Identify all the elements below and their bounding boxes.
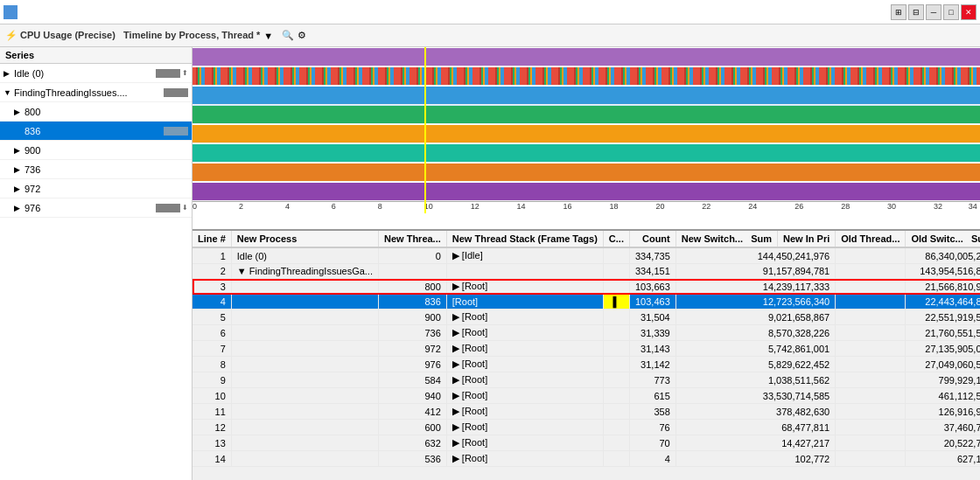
- cell-process: [231, 295, 378, 310]
- cell-thread: 800: [378, 279, 446, 295]
- chart-bar-972: [192, 163, 980, 181]
- expand-icon[interactable]: ▼: [4, 88, 14, 97]
- cell-count: 103,463: [629, 295, 676, 310]
- table-row[interactable]: 2▼ FindingThreadingIssuesGa...334,15191,…: [192, 264, 980, 279]
- expand-icon[interactable]: ▶: [14, 108, 24, 116]
- settings-icon[interactable]: ⚙: [298, 30, 306, 41]
- search-icon[interactable]: 🔍: [282, 30, 294, 41]
- cell-newswitch: 33,530,714,585: [676, 388, 835, 404]
- cell-newinpri: [836, 372, 906, 388]
- chart-row-finding: [192, 66, 980, 86]
- axis-tick: 12: [471, 202, 480, 211]
- cell-newinpri: [836, 264, 906, 279]
- axis-tick: 14: [517, 202, 526, 211]
- series-item-976[interactable]: ▶ 976 ⬇: [0, 198, 192, 218]
- series-item-736[interactable]: ▶ 736: [0, 160, 192, 179]
- cell-process: [231, 325, 378, 341]
- cell-c: [603, 435, 629, 451]
- expand-icon[interactable]: ▶: [4, 69, 14, 78]
- col-header-thread[interactable]: New Threa...: [378, 231, 446, 247]
- cell-linenum: 11: [192, 404, 231, 420]
- expand-icon[interactable]: ▶: [14, 165, 24, 174]
- cell-c: [603, 279, 629, 295]
- chart-row-736: [192, 143, 980, 163]
- col-header-newinpri[interactable]: New In Pri: [778, 231, 836, 247]
- table-row[interactable]: 9584▶ [Root]7731,038,511,562799,929,1222: [192, 372, 980, 388]
- right-panel: 0 2 4 6 8 10 12 14 16 18 20 22 24 26 28 …: [192, 47, 980, 480]
- col-header-process[interactable]: New Process: [231, 231, 378, 247]
- restore-btn[interactable]: □: [943, 4, 959, 20]
- col-header-stack[interactable]: New Thread Stack (Frame Tags): [446, 231, 603, 247]
- cell-oldthread: 27,135,905,066: [906, 341, 980, 357]
- cell-oldthread: 86,340,005,206: [906, 247, 980, 264]
- window-controls[interactable]: ⊞ ⊟ ─ □ ✕: [891, 4, 976, 20]
- table-row[interactable]: 11412▶ [Root]358378,482,630126,916,9042: [192, 404, 980, 420]
- cell-newinpri: [836, 295, 906, 310]
- cell-oldthread: 22,551,919,520: [906, 310, 980, 325]
- cell-process: [231, 372, 378, 388]
- cell-count: 358: [629, 404, 676, 420]
- cell-linenum: 2: [192, 264, 231, 279]
- cell-oldthread: 627,106: [906, 451, 980, 467]
- chart-row-idle: [192, 47, 980, 66]
- axis-row: 0 2 4 6 8 10 12 14 16 18 20 22 24 26 28 …: [192, 201, 980, 217]
- expand-icon[interactable]: ▶: [14, 204, 24, 212]
- table-row[interactable]: 14536▶ [Root]4102,772627,1061: [192, 451, 980, 467]
- chart-row-800: [192, 86, 980, 105]
- table-row[interactable]: 3800▶ [Root]103,66314,239,117,33321,566,…: [192, 279, 980, 295]
- expand-icon[interactable]: ▶: [14, 146, 24, 155]
- minimize-btn[interactable]: ─: [926, 4, 942, 20]
- chart-bar-idle: [192, 48, 980, 66]
- dropdown-arrow[interactable]: ▼: [263, 31, 273, 41]
- axis-tick: 6: [332, 202, 336, 211]
- table-row[interactable]: 5900▶ [Root]31,5049,021,658,86722,551,91…: [192, 310, 980, 325]
- cell-c: [603, 404, 629, 420]
- tile-btn[interactable]: ⊞: [891, 4, 906, 20]
- cell-newinpri: [836, 325, 906, 341]
- table-row[interactable]: 6736▶ [Root]31,3398,570,328,22621,760,55…: [192, 325, 980, 341]
- table-row[interactable]: 10940▶ [Root]61533,530,714,585461,112,53…: [192, 388, 980, 404]
- col-header-linenum[interactable]: Line #: [192, 231, 231, 247]
- cell-linenum: 12: [192, 420, 231, 435]
- col-header-oldthread[interactable]: Old Thread...: [836, 231, 906, 247]
- series-item-idle[interactable]: ▶ Idle (0) ⬆: [0, 64, 192, 83]
- col-header-newswitch[interactable]: New Switch... Sum: [676, 231, 777, 247]
- axis-tick: 0: [192, 202, 197, 211]
- cell-thread: 632: [378, 435, 446, 451]
- series-item-800[interactable]: ▶ 800: [0, 102, 192, 122]
- col-header-count[interactable]: Count: [629, 231, 676, 247]
- timeline-cursor: [424, 47, 426, 213]
- cell-stack: ▶ [Root]: [446, 357, 603, 372]
- chart-bar-836: [192, 106, 980, 123]
- series-item-972[interactable]: ▶ 972: [0, 179, 192, 198]
- close-btn[interactable]: ✕: [961, 4, 976, 20]
- col-header-oldswitch[interactable]: Old Switc... Sum: [906, 231, 980, 247]
- cell-linenum: 6: [192, 325, 231, 341]
- cell-stack: ▶ [Root]: [446, 325, 603, 341]
- table-row[interactable]: 7972▶ [Root]31,1435,742,861,00127,135,90…: [192, 341, 980, 357]
- cell-newswitch: 8,570,328,226: [676, 325, 835, 341]
- cell-count: 70: [629, 435, 676, 451]
- cell-oldthread: 37,460,782: [906, 420, 980, 435]
- cell-count: 31,339: [629, 325, 676, 341]
- cell-newinpri: [836, 451, 906, 467]
- table-row[interactable]: 12600▶ [Root]7668,477,81137,460,7822: [192, 420, 980, 435]
- cell-newswitch: 9,021,658,867: [676, 310, 835, 325]
- cell-process: [231, 279, 378, 295]
- cell-process: [231, 420, 378, 435]
- table-row[interactable]: 4836[Root]▌103,46312,723,566,34022,443,4…: [192, 295, 980, 310]
- cell-oldthread: 799,929,122: [906, 372, 980, 388]
- expand-icon[interactable]: ▶: [14, 184, 24, 193]
- cell-count: 4: [629, 451, 676, 467]
- table-row[interactable]: 8976▶ [Root]31,1425,829,622,45227,049,06…: [192, 357, 980, 372]
- cell-newswitch: 144,450,241,976: [676, 247, 835, 264]
- series-item-900[interactable]: ▶ 900: [0, 141, 192, 160]
- series-item-836[interactable]: 836: [0, 122, 192, 141]
- color-swatch: [164, 88, 188, 97]
- tile2-btn[interactable]: ⊟: [908, 4, 924, 20]
- table-body: 1Idle (0)0▶ [Idle]334,735144,450,241,976…: [192, 247, 980, 467]
- table-row[interactable]: 13632▶ [Root]7014,427,21720,522,7822: [192, 435, 980, 451]
- series-item-finding[interactable]: ▼ FindingThreadingIssues....: [0, 83, 192, 102]
- col-header-c[interactable]: C...: [603, 231, 629, 247]
- table-row[interactable]: 1Idle (0)0▶ [Idle]334,735144,450,241,976…: [192, 247, 980, 264]
